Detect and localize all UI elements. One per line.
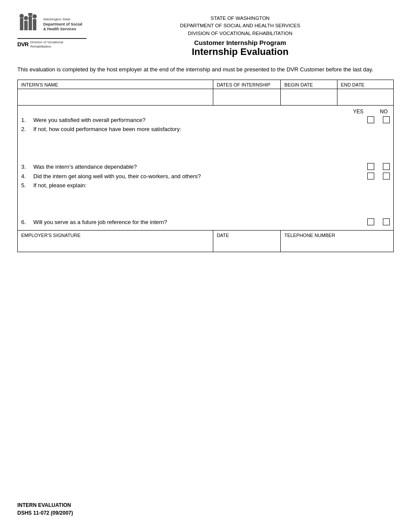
dvr-sub2: Rehabilitation xyxy=(30,45,63,49)
question-5-row: 5. If not, please explain: xyxy=(21,182,390,212)
footer-sig-cell: EMPLOYER'S SIGNATURE xyxy=(18,231,213,252)
q6-checkboxes xyxy=(367,218,390,225)
logo-org1: Washington State xyxy=(43,17,82,22)
q4-checkboxes xyxy=(367,173,390,179)
intern-name-cell[interactable] xyxy=(18,89,213,106)
question-2-row: 2. If not, how could performance have be… xyxy=(21,126,390,156)
col-end-header: END DATE xyxy=(337,80,393,89)
q2-content: If not, how could performance have been … xyxy=(33,126,363,156)
q5-answer-area[interactable] xyxy=(33,189,363,212)
q2-answer-area[interactable] xyxy=(33,132,363,156)
svg-rect-3 xyxy=(29,16,32,30)
footnote-line2: DSHS 11-072 (09/2007) xyxy=(17,509,73,517)
q6-text: Will you serve as a future job reference… xyxy=(33,219,363,225)
q6-yes-checkbox[interactable] xyxy=(367,218,374,225)
dates-cell[interactable] xyxy=(213,89,280,106)
end-date-cell[interactable] xyxy=(337,89,393,106)
q4-text: Did the intern get along well with you, … xyxy=(33,173,363,179)
svg-point-5 xyxy=(19,14,24,18)
q2-num: 2. xyxy=(21,126,33,132)
dvr-sub: Division of Vocational Rehabilitation xyxy=(30,40,63,48)
agency-line1: STATE OF WASHINGTON xyxy=(87,15,394,22)
dvr-label: DVR xyxy=(17,41,29,48)
question-6-row: 6. Will you serve as a future job refere… xyxy=(21,218,390,225)
q6-num: 6. xyxy=(21,219,33,225)
form-header-row: INTERN'S NAME DATES OF INTERNSHIP BEGIN … xyxy=(18,80,394,89)
q3-no-checkbox[interactable] xyxy=(383,163,390,170)
wa-state-logo-icon xyxy=(17,13,41,36)
footer-row: EMPLOYER'S SIGNATURE DATE TELEPHONE NUMB… xyxy=(18,231,394,252)
svg-rect-2 xyxy=(24,21,28,30)
q3-checkboxes xyxy=(367,163,390,170)
logo-org2: Department of Social xyxy=(43,22,82,27)
svg-rect-4 xyxy=(33,19,36,30)
q4-yes-checkbox[interactable] xyxy=(367,173,374,179)
q4-no-checkbox[interactable] xyxy=(383,173,390,179)
logo-org3: & Health Services xyxy=(43,27,82,32)
program-title: Customer Internship Program xyxy=(87,39,394,46)
footer-phone-label: TELEPHONE NUMBER xyxy=(284,233,390,238)
question-1-row: 1. Were you satisfied with overall perfo… xyxy=(21,116,390,123)
intro-text: This evaluation is completed by the host… xyxy=(17,65,394,74)
footer-sig-label: EMPLOYER'S SIGNATURE xyxy=(21,233,209,238)
footer-phone-cell: TELEPHONE NUMBER xyxy=(281,231,394,252)
footnote-line1: INTERN EVALUATION xyxy=(17,501,73,509)
q1-text: Were you satisfied with overall performa… xyxy=(33,117,363,123)
svg-point-6 xyxy=(24,16,28,20)
name-input-row xyxy=(18,89,394,106)
questions-cell: YES NO 1. Were you satisfied with overal… xyxy=(18,106,394,231)
no-label: NO xyxy=(380,109,388,115)
footer-date-cell: DATE xyxy=(213,231,280,252)
page: Washington State Department of Social & … xyxy=(0,0,411,532)
eval-title: Internship Evaluation xyxy=(87,46,394,58)
col-begin-header: BEGIN DATE xyxy=(281,80,337,89)
form-table: INTERN'S NAME DATES OF INTERNSHIP BEGIN … xyxy=(17,80,394,252)
q5-num: 5. xyxy=(21,182,33,189)
header-center: STATE OF WASHINGTON DEPARTMENT OF SOCIAL… xyxy=(87,13,394,58)
logo-text: Washington State Department of Social & … xyxy=(43,17,82,32)
q3-yes-checkbox[interactable] xyxy=(367,163,374,170)
col-name-header: INTERN'S NAME xyxy=(18,80,213,89)
agency-line2: DEPARTMENT OF SOCIAL AND HEALTH SERVICES xyxy=(87,22,394,29)
questions-row: YES NO 1. Were you satisfied with overal… xyxy=(18,106,394,231)
q2-text: If not, how could performance have been … xyxy=(33,126,181,132)
q3-text: Was the intern’s attendance dependable? xyxy=(33,163,363,170)
logo-block: Washington State Department of Social & … xyxy=(17,13,87,48)
footnote: INTERN EVALUATION DSHS 11-072 (09/2007) xyxy=(17,501,73,517)
q1-num: 1. xyxy=(21,117,33,123)
col-dates-header: DATES OF INTERNSHIP xyxy=(213,80,280,89)
q3-num: 3. xyxy=(21,163,33,170)
q4-num: 4. xyxy=(21,173,33,179)
dvr-sub1: Division of Vocational xyxy=(30,40,63,45)
q6-no-checkbox[interactable] xyxy=(383,218,390,225)
yes-label: YES xyxy=(353,109,363,115)
q1-checkboxes xyxy=(367,116,390,123)
begin-date-cell[interactable] xyxy=(281,89,337,106)
footer-date-label: DATE xyxy=(217,233,277,238)
yes-no-header: YES NO xyxy=(21,108,390,115)
header: Washington State Department of Social & … xyxy=(17,13,394,58)
q1-yes-checkbox[interactable] xyxy=(367,116,374,123)
q5-content: If not, please explain: xyxy=(33,182,363,212)
agency-line3: DIVISION OF VOCATIONAL REHABILITATION xyxy=(87,30,394,37)
q5-text: If not, please explain: xyxy=(33,182,87,189)
svg-point-8 xyxy=(32,14,37,19)
dvr-bar: DVR Division of Vocational Rehabilitatio… xyxy=(17,38,87,48)
q1-no-checkbox[interactable] xyxy=(383,116,390,123)
question-3-row: 3. Was the intern’s attendance dependabl… xyxy=(21,163,390,170)
svg-rect-1 xyxy=(20,18,23,30)
agency-lines: STATE OF WASHINGTON DEPARTMENT OF SOCIAL… xyxy=(87,15,394,37)
question-4-row: 4. Did the intern get along well with yo… xyxy=(21,173,390,179)
